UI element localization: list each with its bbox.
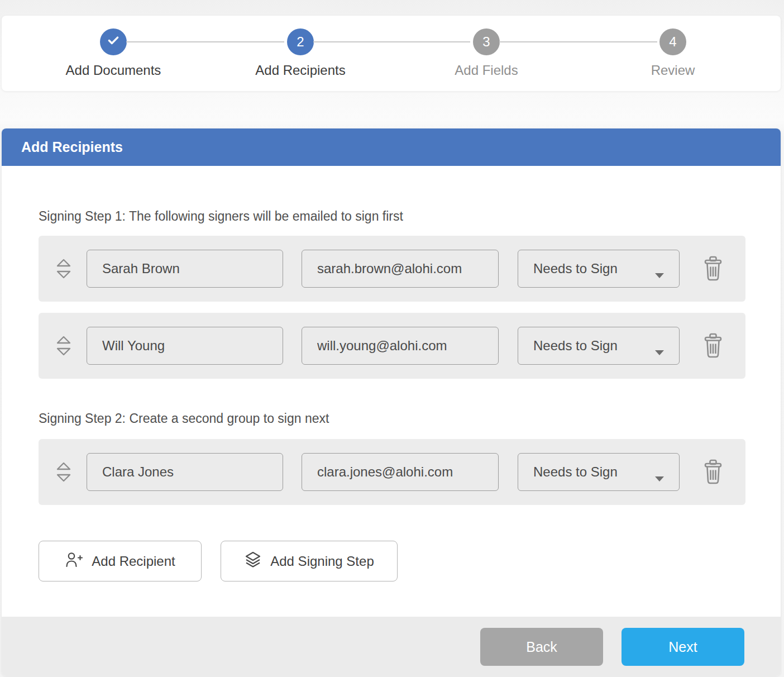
chevron-down-icon [654,344,665,359]
step-add-recipients[interactable]: 2 Add Recipients [217,16,384,78]
drag-handle-icon[interactable] [55,335,72,356]
trash-icon[interactable] [702,333,724,359]
step-4-number: 4 [669,34,676,50]
check-icon [106,33,121,51]
recipient-name-input[interactable] [87,327,283,365]
step-2-label: Add Recipients [217,63,384,78]
panel-footer: Back Next [2,617,781,676]
recipient-row: Needs to Sign [39,439,745,505]
role-select-value: Needs to Sign [533,464,618,480]
recipient-name-input[interactable] [87,453,283,491]
back-button[interactable]: Back [480,628,603,666]
signing-step-1-heading: Signing Step 1: The following signers wi… [39,209,403,224]
step-1-label: Add Documents [30,63,197,78]
drag-handle-icon[interactable] [55,461,72,483]
add-recipients-panel: Add Recipients Signing Step 1: The follo… [2,128,781,676]
step-4-label: Review [589,63,757,78]
step-2-number: 2 [297,34,304,50]
recipient-name-input[interactable] [87,250,283,288]
step-4-circle: 4 [659,28,686,55]
step-add-fields: 3 Add Fields [403,16,570,78]
stepper-connector [126,41,284,42]
add-signing-step-button[interactable]: Add Signing Step [221,541,398,581]
step-3-label: Add Fields [403,63,570,78]
signing-step-2-heading: Signing Step 2: Create a second group to… [39,411,329,426]
role-select-value: Needs to Sign [533,338,618,354]
next-button[interactable]: Next [622,628,744,666]
step-3-number: 3 [482,34,490,50]
add-recipient-label: Add Recipient [92,554,175,569]
stepper-card: Add Documents 2 Add Recipients 3 Add Fie… [2,16,781,91]
step-1-circle[interactable] [100,28,127,55]
chevron-down-icon [654,266,665,282]
step-3-circle: 3 [473,28,500,55]
layers-icon [244,551,262,572]
step-review: 4 Review [589,16,757,78]
recipient-email-input[interactable] [302,453,499,491]
trash-icon[interactable] [702,256,724,282]
step-2-circle[interactable]: 2 [287,28,314,55]
role-select[interactable]: Needs to Sign [518,250,680,288]
drag-handle-icon[interactable] [55,258,72,279]
trash-icon[interactable] [702,459,724,485]
role-select-value: Needs to Sign [533,261,618,276]
stepper-connector [313,41,470,42]
role-select[interactable]: Needs to Sign [518,453,680,491]
role-select[interactable]: Needs to Sign [518,327,680,365]
add-signing-step-label: Add Signing Step [270,554,374,569]
add-recipient-button[interactable]: Add Recipient [39,541,202,581]
recipient-email-input[interactable] [302,250,499,288]
person-plus-icon [65,551,83,572]
recipient-row: Needs to Sign [39,236,745,302]
chevron-down-icon [654,470,665,485]
recipient-row: Needs to Sign [39,313,745,379]
panel-title: Add Recipients [2,128,781,166]
stepper-connector [499,41,657,42]
step-add-documents[interactable]: Add Documents [30,16,197,78]
recipient-email-input[interactable] [302,327,499,365]
